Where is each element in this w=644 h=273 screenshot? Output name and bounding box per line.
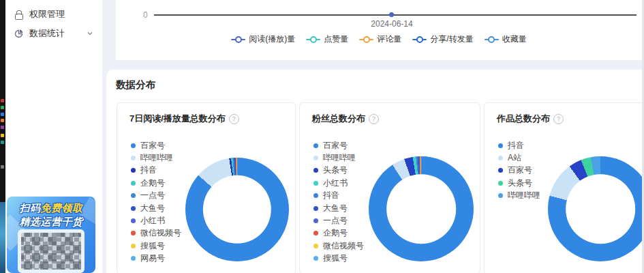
pie-legend-item[interactable]: 搜狐号 [313,253,364,265]
pie-legend-item[interactable]: 企鹅号 [131,177,181,189]
trend-data-point[interactable] [389,12,394,17]
legend-dot-icon [131,231,136,235]
taskbar-dot [1,106,4,109]
legend-dot-icon [313,206,318,211]
sidebar-item-statistics[interactable]: 数据统计 [5,24,102,43]
legend-dot-icon [498,168,503,173]
help-icon[interactable]: ? [553,114,564,124]
pie-legend-label: 小红书 [323,177,348,189]
pie-legend-item[interactable]: 企鹅号 [313,227,364,240]
pie-legend-label: A站 [508,152,521,164]
pie-legend-item[interactable]: 哔哩哔哩 [131,152,181,164]
taskbar-dot [1,134,4,137]
pie-legend-item[interactable]: 微信视频号 [131,227,181,240]
dashboard-page: 权限管理 数据统计 扫码免费领取 精选运营干货 0 2024-06-14 阅读(… [0,0,644,273]
trend-legend-label: 收藏量 [502,33,527,45]
pie-legend-item[interactable]: 抖音 [131,164,181,177]
pie-legend-label: 一点号 [323,215,348,227]
pie-legend-item[interactable]: 抖音 [498,139,540,152]
pie-legend-label: 企鹅号 [323,227,348,239]
trend-chart-card: 0 2024-06-14 阅读(播放)量点赞量评论量分享/转发量收藏量 [116,0,642,60]
chevron-down-icon[interactable] [87,30,93,37]
x-axis-line [154,14,637,16]
donut-chart-works[interactable] [548,156,644,261]
sidebar-item-permissions[interactable]: 权限管理 [5,5,102,24]
pie-legend-item[interactable]: A站 [498,152,540,164]
pie-legend-item[interactable]: 小红书 [313,177,364,189]
pie-legend-item[interactable]: 小红书 [131,214,181,227]
trend-legend-item[interactable]: 收藏量 [485,33,527,45]
pie-legend-item[interactable]: 哔哩哔哩 [313,152,364,164]
pie-legend-item[interactable]: 一点号 [131,190,181,202]
legend-dot-icon [498,143,503,148]
legend-dot-icon [313,256,318,261]
taskbar-dot [1,119,4,122]
trend-legend-item[interactable]: 阅读(播放)量 [231,33,295,45]
legend-dot-icon [313,193,318,198]
data-distribution-panel: 数据分布 7日阅读/播放量总数分布? 百家号哔哩哔哩抖音企鹅号一点号大鱼号小红书… [106,70,644,273]
trend-legend-item[interactable]: 分享/转发量 [412,33,473,45]
pie-legend-label: 一点号 [140,190,165,201]
pie-legend-item[interactable]: 百家号 [313,139,364,152]
pie-legend-item[interactable]: 微信视频号 [313,240,364,252]
legend-dot-icon [131,206,136,211]
pie-legend-item[interactable]: 一点号 [313,214,364,227]
legend-dot-icon [313,143,318,148]
pie-legend-label: 网易号 [140,253,165,264]
pie-legend-item[interactable]: 大鱼号 [131,202,181,214]
pie-legend-label: 小红书 [140,215,165,227]
donut-hole [566,174,635,244]
trend-legend-item[interactable]: 评论量 [359,33,401,45]
pie-legend-label: 哔哩哔哩 [323,152,356,164]
qr-card [18,229,85,273]
pie-legend-label: 抖音 [323,190,339,201]
taskbar-dot [1,113,4,116]
x-axis-label: 2024-06-14 [354,19,429,29]
line-series-icon [306,39,320,40]
pie-legend-label: 哔哩哔哩 [508,190,540,201]
distribution-card-reads: 7日阅读/播放量总数分布? 百家号哔哩哔哩抖音企鹅号一点号大鱼号小红书微信视频号… [117,102,296,273]
pie-legend-item[interactable]: 网易号 [131,253,181,265]
y-axis-tick: 0 [143,10,148,20]
legend-dot-icon [131,143,136,148]
donut-chart-reads[interactable] [185,158,289,261]
card-title: 作品总数分布 [497,113,550,125]
legend-dot-icon [131,244,136,248]
pie-legend-item[interactable]: 头条号 [313,164,364,177]
help-icon[interactable]: ? [229,114,239,124]
qr-code-blurred [21,233,81,270]
legend-dot-icon [131,156,136,160]
donut-chart-fans[interactable] [369,156,474,261]
line-series-icon [231,39,245,40]
legend-dot-icon [131,256,136,261]
legend-dot-icon [131,218,136,223]
help-icon[interactable]: ? [369,114,379,124]
legend-dot-icon [498,193,503,198]
pie-legend-item[interactable]: 抖音 [313,190,364,202]
pie-legend-label: 百家号 [323,140,348,152]
promo-banner[interactable]: 扫码免费领取 精选运营干货 [7,197,95,273]
background-window-strip [0,0,5,273]
pie-legend-item[interactable]: 百家号 [131,139,181,152]
pie-legend-label: 大鱼号 [323,203,348,214]
pie-legend-item[interactable]: 大鱼号 [313,202,364,214]
line-series-icon [359,39,373,40]
pie-legend-item[interactable]: 搜狐号 [131,240,181,252]
pie-legend-item[interactable]: 百家号 [498,164,540,177]
pie-legend-label: 百家号 [140,140,165,152]
sidebar-item-label: 权限管理 [29,8,65,20]
pie-legend-label: 微信视频号 [140,227,181,239]
legend-dot-icon [313,244,318,248]
trend-legend-label: 阅读(播放)量 [249,33,295,45]
promo-highlight: 免费领取 [41,202,83,214]
promo-line2: 精选运营干货 [7,216,95,229]
sidebar-item-label: 数据统计 [29,27,65,40]
pie-legend-item[interactable]: 头条号 [498,177,540,189]
trend-legend-item[interactable]: 点赞量 [306,33,348,45]
card-title: 7日阅读/播放量总数分布 [129,113,226,125]
taskbar-dot [1,126,4,129]
pie-legend-item[interactable]: 哔哩哔哩 [498,190,540,202]
trend-legend-label: 分享/转发量 [430,33,473,45]
pie-legend-label: 搜狐号 [140,240,165,252]
pie-legend-label: 搜狐号 [323,253,348,264]
